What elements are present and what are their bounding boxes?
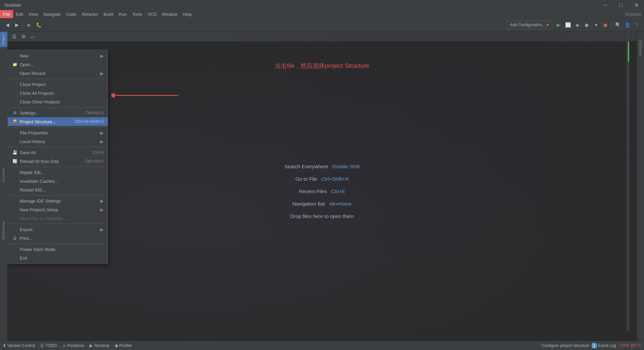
invalidate-icon [12,178,18,184]
close-button[interactable]: ✕ [629,0,644,10]
menu-item-exit[interactable]: Exit [8,254,108,262]
save-all-icon: 💾 [12,149,18,156]
repair-icon [12,169,18,175]
toolbar-coverage-btn[interactable]: ◈ [573,20,582,30]
menu-item-new-projects-setup[interactable]: New Projects Setup ▶ [8,205,108,214]
menu-item-open[interactable]: 📁 Open... [8,60,108,69]
menu-item-refactor[interactable]: Refactor [79,10,101,18]
file-properties-icon [12,130,18,136]
menu-item-tools[interactable]: Tools [129,10,145,18]
settings-label: Settings... [20,111,78,116]
menu-item-navigate[interactable]: Navigate [41,10,63,18]
menu-item-close-all[interactable]: Close All Projects [8,89,108,97]
toolbar-run-button[interactable]: ▶ [24,20,34,30]
toolbar-run-green[interactable]: ▶ [554,20,563,30]
version-control-tab[interactable]: ⬆ Version Control [3,343,35,348]
menu-item-build[interactable]: Build [101,10,116,18]
event-log-label: Event Log [598,343,616,348]
project-structure-label: Project Structure... [20,119,68,124]
profiler-tab[interactable]: ◉ Profiler [115,343,132,348]
close-all-icon [12,90,18,96]
menu-item-window[interactable]: Window [159,10,180,18]
toolbar-debug-button[interactable]: 🐛 [34,20,43,30]
menu-item-save-all[interactable]: 💾 Save All Ctrl+S [8,148,108,157]
recent-files-label: Recent Files [299,188,327,194]
menu-item-settings[interactable]: ⚙ Settings... Ctrl+Alt+S [8,108,108,117]
minimize-button[interactable]: ─ [598,0,613,10]
settings-shortcut: Ctrl+Alt+S [85,111,104,115]
menu-item-help[interactable]: Help [180,10,195,18]
toolbar-user-btn[interactable]: 👤 [623,20,632,30]
welcome-row-search: Search Everywhere Double Shift [284,164,360,169]
open-label: Open... [20,62,104,67]
profiler-label: Profiler [119,343,132,348]
menu-item-invalidate[interactable]: Invalidate Caches... [8,177,108,185]
title-bar-left: TestWeb [0,0,25,10]
event-log-item[interactable]: 1 Event Log [592,343,616,348]
separator-4 [8,147,108,147]
toolbar-forward-button[interactable]: ▶ [12,20,21,30]
menu-item-reload[interactable]: 🔄 Reload All from Disk Ctrl+Alt+Y [8,157,108,166]
toolbar-profile-btn[interactable]: ◉ [582,20,591,30]
add-config-arrow: ▾ [547,23,549,27]
menu-item-export[interactable]: Export ▶ [8,225,108,234]
close-project-icon [12,81,18,87]
manage-ide-label: Manage IDE Settings [20,199,99,204]
new-projects-label: New Projects Setup [20,207,99,212]
menu-item-save-template: Save File as Template... [8,214,108,223]
toolbar-more-btn[interactable]: ▾ [591,20,601,30]
terminal-tab[interactable]: ▶ Terminal [90,343,109,348]
project-structure-shortcut: Ctrl+Alt+Shift+S [75,119,104,124]
menu-item-restart[interactable]: Restart IDE... [8,185,108,194]
save-template-icon [12,215,18,221]
menu-item-power-save[interactable]: Power Save Mode [8,245,108,254]
print-label: Print... [20,236,104,241]
menu-item-close-project[interactable]: Close Project [8,80,108,89]
structure-tab[interactable]: Structure [0,166,7,184]
menu-item-view[interactable]: View [26,10,41,18]
menu-item-file[interactable]: File [0,10,13,18]
bookmarks-tab[interactable]: Bookmarks [0,220,7,241]
separator-7 [8,224,108,224]
menu-item-vcs[interactable]: VCS [145,10,159,18]
manage-ide-icon [12,198,18,204]
title-bar-controls: ─ □ ✕ [598,0,644,10]
add-configuration-button[interactable]: Add Configuration... ▾ [506,21,552,29]
menu-item-print[interactable]: 🖨 Print... [8,234,108,243]
menu-item-new[interactable]: New ▶ [8,51,108,60]
maximize-button[interactable]: □ [613,0,629,10]
menu-item-open-recent[interactable]: Open Recent ▶ [8,69,108,78]
menu-item-edit[interactable]: Edit [13,10,26,18]
toolbar-debug-green[interactable]: ⬜ [563,20,573,30]
save-template-label: Save File as Template... [20,216,104,221]
problems-tab[interactable]: ⚠ Problems [62,343,85,348]
menu-item-project-structure[interactable]: 📦 Project Structure... Ctrl+Alt+Shift+S [8,117,108,126]
menu-item-close-other[interactable]: Close Other Projects [8,97,108,106]
file-properties-arrow: ▶ [100,130,104,135]
save-all-label: Save All [20,150,86,155]
toolbar-help-btn[interactable]: ? [632,20,641,30]
todo-tab[interactable]: ☰ TODO [40,343,57,348]
navigation-bar-shortcut: Alt+Home [329,201,352,207]
menu-bar: File Edit View Navigate Code Refactor Bu… [0,10,644,18]
menu-item-manage-ide[interactable]: Manage IDE Settings ▶ [8,196,108,205]
menu-item-local-history[interactable]: Local History ▶ [8,137,108,146]
welcome-row-goto: Go to File Ctrl+Shift+N [296,176,349,182]
menu-item-file-properties[interactable]: File Properties ▶ [8,128,108,137]
search-everywhere-shortcut: Double Shift [332,164,360,169]
app-title-label: TestWeb [622,10,644,18]
toolbar-back-button[interactable]: ◀ [3,20,12,30]
restart-icon [12,187,18,193]
project-tab[interactable]: Project [0,32,7,47]
scrollbar[interactable] [627,32,629,331]
toolbar-stop-btn[interactable]: ◼ [601,20,610,30]
menu-item-run[interactable]: Run [116,10,129,18]
database-tab[interactable]: Database [637,38,644,57]
toolbar-search-btn[interactable]: 🔍 [613,20,623,30]
scrollbar-thumb[interactable] [628,42,629,62]
close-all-label: Close All Projects [20,91,104,96]
separator-2 [8,107,108,107]
menu-item-code[interactable]: Code [63,10,79,18]
welcome-row-recent: Recent Files Ctrl+E [299,188,345,194]
menu-item-repair[interactable]: Repair IDE... [8,168,108,177]
